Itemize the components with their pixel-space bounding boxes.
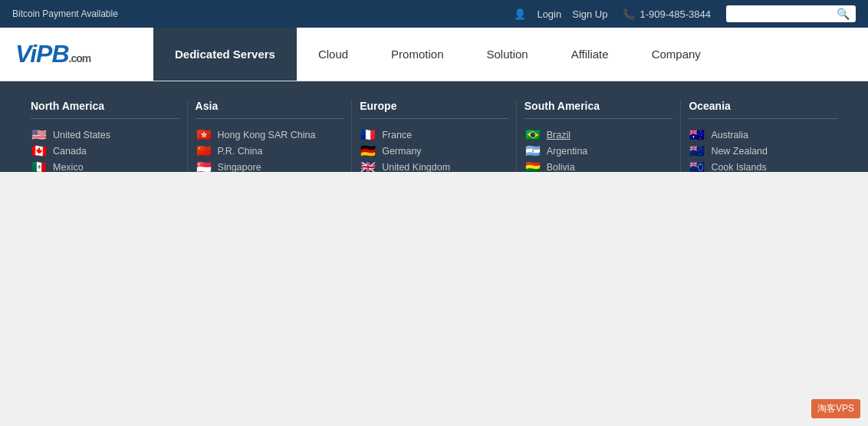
country-name-1: Canada bbox=[53, 146, 87, 157]
flag-icon-2: 🇲🇽 bbox=[31, 161, 48, 172]
country-item-australia[interactable]: 🇦🇺Australia bbox=[689, 127, 837, 143]
login-link[interactable]: Login bbox=[537, 8, 561, 20]
flag-icon-1: 🇳🇿 bbox=[689, 145, 705, 157]
country-item-brazil[interactable]: 🇧🇷Brazil bbox=[524, 127, 673, 143]
country-item-canada[interactable]: 🇨🇦Canada bbox=[31, 143, 179, 159]
flag-icon-1: 🇨🇳 bbox=[196, 145, 212, 157]
flag-icon-0: 🇺🇸 bbox=[31, 129, 48, 140]
nav-company[interactable]: Company bbox=[630, 28, 722, 81]
flag-icon-2: 🇧🇴 bbox=[524, 161, 541, 172]
phone-number: 1-909-485-3844 bbox=[639, 8, 711, 20]
country-item-new-zealand[interactable]: 🇳🇿New Zealand bbox=[689, 143, 837, 159]
nav-cloud[interactable]: Cloud bbox=[297, 28, 370, 81]
logo: ViPB.com bbox=[0, 40, 153, 68]
nav-bar: ViPB.com Dedicated Servers Cloud Promoti… bbox=[0, 28, 868, 81]
user-icon: 👤 bbox=[514, 8, 526, 20]
phone-icon: 📞 bbox=[623, 8, 635, 20]
flag-icon-0: 🇧🇷 bbox=[524, 129, 541, 140]
nav-solution[interactable]: Solution bbox=[465, 28, 549, 81]
search-button[interactable]: 🔍 bbox=[837, 8, 850, 20]
country-item-bolivia[interactable]: 🇧🇴Bolivia bbox=[524, 159, 673, 172]
mega-menu: North America🇺🇸United States🇨🇦Canada🇲🇽Me… bbox=[0, 81, 868, 172]
region-heading-3: South America bbox=[524, 100, 673, 119]
country-name-0: Brazil bbox=[547, 130, 570, 140]
region-heading-2: Europe bbox=[360, 100, 508, 119]
country-item-france[interactable]: 🇫🇷France bbox=[360, 127, 508, 143]
nav-dedicated-servers[interactable]: Dedicated Servers bbox=[153, 28, 297, 81]
region-heading-0: North America bbox=[31, 100, 179, 119]
country-item-argentina[interactable]: 🇦🇷Argentina bbox=[524, 143, 673, 159]
country-name-0: France bbox=[382, 130, 412, 140]
search-input[interactable] bbox=[732, 8, 832, 20]
signup-link[interactable]: Sign Up bbox=[572, 8, 607, 20]
country-name-2: Singapore bbox=[218, 162, 261, 173]
country-item-hong-kong-sar-china[interactable]: 🇭🇰Hong Kong SAR China bbox=[196, 127, 344, 143]
mega-col-asia: Asia🇭🇰Hong Kong SAR China🇨🇳P.R. China🇸🇬S… bbox=[188, 100, 353, 172]
flag-icon-2: 🇬🇧 bbox=[360, 161, 376, 172]
nav-affiliate[interactable]: Affiliate bbox=[550, 28, 630, 81]
country-name-2: United Kingdom bbox=[382, 162, 450, 173]
country-item-cook-islands[interactable]: 🇨🇰Cook Islands bbox=[689, 159, 837, 172]
country-item-united-states[interactable]: 🇺🇸United States bbox=[31, 127, 179, 143]
country-item-germany[interactable]: 🇩🇪Germany bbox=[360, 143, 508, 159]
flag-icon-2: 🇨🇰 bbox=[689, 161, 705, 172]
country-name-1: Germany bbox=[382, 146, 421, 157]
country-name-1: New Zealand bbox=[711, 146, 768, 157]
login-area: 👤 Login Sign Up bbox=[514, 8, 607, 20]
nav-links: Dedicated Servers Cloud Promotion Soluti… bbox=[153, 28, 722, 81]
country-item-mexico[interactable]: 🇲🇽Mexico bbox=[31, 159, 179, 172]
nav-promotion[interactable]: Promotion bbox=[370, 28, 465, 81]
top-bar: Bitcoin Payment Available 👤 Login Sign U… bbox=[0, 0, 868, 28]
mega-col-south-america: South America🇧🇷Brazil🇦🇷Argentina🇧🇴Bolivi… bbox=[517, 100, 682, 172]
country-name-2: Cook Islands bbox=[711, 162, 766, 173]
country-name-0: United States bbox=[53, 130, 110, 140]
country-item-singapore[interactable]: 🇸🇬Singapore bbox=[196, 159, 344, 172]
region-heading-4: Oceania bbox=[689, 100, 837, 119]
country-name-1: P.R. China bbox=[218, 146, 263, 157]
phone-info: 📞 1-909-485-3844 bbox=[623, 8, 711, 20]
region-heading-1: Asia bbox=[196, 100, 344, 119]
flag-icon-1: 🇩🇪 bbox=[360, 145, 376, 157]
flag-icon-0: 🇦🇺 bbox=[689, 129, 705, 140]
country-item-united-kingdom[interactable]: 🇬🇧United Kingdom bbox=[360, 159, 508, 172]
flag-icon-1: 🇨🇦 bbox=[31, 145, 48, 157]
country-name-2: Bolivia bbox=[547, 162, 575, 173]
flag-icon-0: 🇫🇷 bbox=[360, 129, 376, 140]
country-name-0: Australia bbox=[711, 130, 748, 140]
mega-col-europe: Europe🇫🇷France🇩🇪Germany🇬🇧United Kingdom🇳… bbox=[352, 100, 517, 172]
country-name-2: Mexico bbox=[53, 162, 84, 173]
flag-icon-0: 🇭🇰 bbox=[196, 129, 212, 140]
country-item-p.r.-china[interactable]: 🇨🇳P.R. China bbox=[196, 143, 344, 159]
mega-col-north-america: North America🇺🇸United States🇨🇦Canada🇲🇽Me… bbox=[23, 100, 188, 172]
flag-icon-1: 🇦🇷 bbox=[524, 145, 541, 157]
mega-col-oceania: Oceania🇦🇺Australia🇳🇿New Zealand🇨🇰Cook Is… bbox=[681, 100, 845, 172]
country-name-1: Argentina bbox=[547, 146, 588, 157]
bitcoin-notice: Bitcoin Payment Available bbox=[12, 8, 118, 19]
flag-icon-2: 🇸🇬 bbox=[196, 161, 212, 172]
search-bar[interactable]: 🔍 bbox=[726, 5, 856, 22]
country-name-0: Hong Kong SAR China bbox=[218, 130, 316, 140]
